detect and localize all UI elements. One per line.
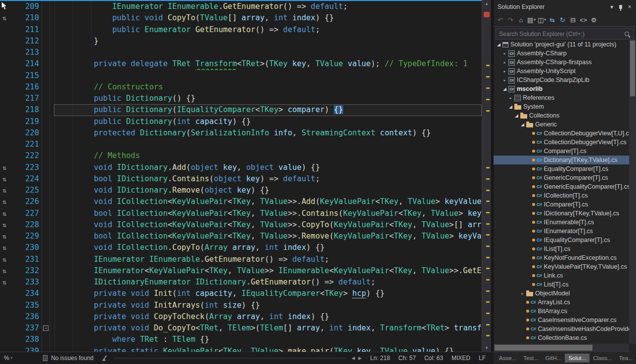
expand-arrow-icon[interactable]: ▸ — [501, 69, 508, 74]
code-line-231[interactable]: ⇅231 IEnumerator IEnumerable.GetEnumerat… — [0, 254, 482, 265]
tree-item-genericcomparer-t-cs[interactable]: C#GenericComparer[T].cs — [494, 173, 629, 182]
tree-item-objectmodel[interactable]: ▸ObjectModel — [494, 289, 629, 298]
chevron-down-icon[interactable]: ▾ — [11, 356, 13, 360]
tree-item-collectiondebuggerview-t-cs[interactable]: C#CollectionDebuggerView[T].cs — [494, 138, 629, 147]
tree-item-system[interactable]: ◢System — [494, 102, 629, 111]
code-line-239[interactable]: 239 private static KeyValuePair<TKey, TV… — [0, 346, 482, 352]
tree-item-solution-project-gui-11-of-11-projects[interactable]: ◢Solution 'project-gui' (11 of 11 projec… — [494, 40, 629, 49]
tree-item-link-cs[interactable]: C#Link.cs — [494, 271, 629, 280]
code-line-235[interactable]: 235 private void InitArrays(int size) {} — [0, 300, 482, 311]
horizontal-scroll-arrows[interactable]: ◀▶ — [352, 356, 365, 361]
collapse-arrow-icon[interactable]: ◢ — [519, 122, 526, 127]
tree-item-icollection-t-cs[interactable]: C#ICollection[T].cs — [494, 191, 629, 200]
filter-icon[interactable]: ◫▾ — [537, 15, 547, 25]
tree-item-genericequalitycomparer-t-cs[interactable]: C#GenericEqualityComparer[T].cs — [494, 182, 629, 191]
search-icon[interactable] — [625, 32, 629, 36]
expand-arrow-icon[interactable]: ▸ — [507, 96, 514, 100]
zoom-control[interactable]: % — [4, 355, 9, 362]
code-line-226[interactable]: ⇅226 void ICollection<KeyValuePair<TKey,… — [0, 196, 482, 207]
search-input[interactable] — [496, 31, 625, 38]
code-line-218[interactable]: 218 public Dictionary(IEqualityComparer<… — [0, 104, 482, 116]
tree-item-iequalitycomparer-t-cs[interactable]: C#IEqualityComparer[T].cs — [494, 236, 629, 244]
tree-item-collectionbase-cs[interactable]: C#CollectionBase.cs — [494, 333, 629, 342]
references-indicator-icon[interactable]: ⇅ — [0, 12, 17, 24]
code-line-222[interactable]: 222 // Methods — [0, 150, 482, 162]
tree-item-ilist-t-cs[interactable]: C#IList[T].cs — [494, 244, 629, 253]
horizontal-scrollbar-track[interactable] — [114, 358, 345, 359]
code-line-224[interactable]: ⇅224 bool IDictionary.Contains(object ke… — [0, 173, 482, 185]
code-line-210[interactable]: ⇅210 public void CopyTo(TValue[] array, … — [0, 12, 482, 24]
tree-item-assembly-unityscript[interactable]: ▸C#Assembly-UnityScript — [494, 67, 629, 76]
tool-window-tab-gith[interactable]: GitH... — [542, 354, 565, 363]
references-indicator-icon[interactable]: ⇅ — [0, 196, 17, 207]
code-line-223[interactable]: ⇅223 void IDictionary.Add(object key, ob… — [0, 162, 482, 173]
tool-window-tab-tea[interactable]: Tea... — [616, 354, 636, 363]
tool-window-tab-asse[interactable]: Asse... — [496, 354, 520, 363]
tree-item-caseinsensitivecomparer-cs[interactable]: C#CaseInsensitiveComparer.cs — [494, 316, 629, 324]
code-line-216[interactable]: 216 // Constructors — [0, 81, 482, 93]
status-encoding[interactable]: MIXED — [452, 355, 470, 362]
expand-arrow-icon[interactable]: ▸ — [501, 51, 508, 56]
editor-vertical-scrollbar[interactable]: ▲ ▼ — [482, 0, 491, 352]
references-indicator-icon[interactable]: ⇅ — [0, 162, 17, 173]
references-indicator-icon[interactable]: ⇅ — [0, 277, 17, 288]
tree-item-arraylist-cs[interactable]: C#ArrayList.cs — [494, 298, 629, 307]
tree-item-equalitycomparer-t-cs[interactable]: C#EqualityComparer[T].cs — [494, 164, 629, 173]
solution-explorer-horizontal-scrollbar[interactable] — [494, 344, 629, 352]
tree-item-assembly-csharp-firstpass[interactable]: ▸C#Assembly-CSharp-firstpass — [494, 58, 629, 67]
code-line-232[interactable]: ⇅232 IEnumerator<KeyValuePair<TKey, TVal… — [0, 265, 482, 277]
references-indicator-icon[interactable]: ⇅ — [0, 242, 17, 253]
window-position-icon[interactable]: ▾ — [607, 2, 616, 11]
tool-window-tab-solut[interactable]: Solut... — [565, 354, 590, 363]
tree-item-mscorlib[interactable]: ◢C#mscorlib — [494, 84, 629, 93]
code-line-236[interactable]: 236 private void CopyToCheck(Array array… — [0, 311, 482, 323]
view-code-icon[interactable]: <> — [578, 15, 589, 25]
code-line-225[interactable]: ⇅225 void IDictionary.Remove(object key)… — [0, 185, 482, 196]
tree-item-collectiondebuggerview-t-u-cs[interactable]: C#CollectionDebuggerView[T,U].cs — [494, 129, 629, 138]
expand-arrow-icon[interactable]: ▸ — [501, 60, 508, 65]
fold-collapse-icon[interactable]: − — [43, 325, 48, 331]
scrollbar-thumb[interactable] — [630, 40, 635, 96]
code-line-213[interactable]: 213 — [0, 47, 482, 58]
tree-item-idictionary-tkey-tvalue-cs[interactable]: C#IDictionary[TKey,TValue].cs — [494, 209, 629, 218]
issues-status[interactable]: No issues found — [51, 355, 93, 362]
code-cleanup-icon[interactable] — [101, 355, 108, 362]
code-line-209[interactable]: ⇅209 IEnumerator IEnumerable.GetEnumerat… — [0, 1, 482, 12]
tree-item-caseinsensitivehashcodeprovider-cs[interactable]: C#CaseInsensitiveHashCodeProvider.cs — [494, 324, 629, 333]
code-line-214[interactable]: 214 private delegate TRet Transform<TRet… — [0, 58, 482, 70]
collapse-all-icon[interactable]: ⊟ — [568, 15, 578, 25]
tool-window-tab-class[interactable]: Class... — [590, 354, 615, 363]
expand-arrow-icon[interactable]: ▸ — [519, 291, 526, 296]
tree-item-icomparer-t-cs[interactable]: C#IComparer[T].cs — [494, 200, 629, 209]
code-line-221[interactable]: 221 — [0, 139, 482, 150]
code-line-211[interactable]: 211 public Enumerator GetEnumerator() =>… — [0, 24, 482, 36]
tree-item-references[interactable]: ▸References — [494, 93, 629, 102]
code-line-234[interactable]: 234 private void Init(int capacity, IEqu… — [0, 288, 482, 299]
references-indicator-icon[interactable]: ⇅ — [0, 185, 17, 196]
code-line-217[interactable]: 217 public Dictionary() {} — [0, 93, 482, 104]
collapse-arrow-icon[interactable]: ◢ — [513, 113, 520, 118]
switch-views-icon[interactable]: ▤▾ — [526, 15, 537, 25]
tree-item-collections[interactable]: ◢Collections — [494, 111, 629, 120]
document-health-icon[interactable] — [43, 355, 47, 361]
tree-item-list-t-cs[interactable]: C#List[T].cs — [494, 280, 629, 289]
tool-window-tab-test[interactable]: Test... — [520, 354, 542, 363]
code-line-212[interactable]: 212 } — [0, 36, 482, 47]
code-line-237[interactable]: 237− private void Do_CopyTo<TRet, TElem>… — [0, 323, 482, 334]
tree-item-bitarray-cs[interactable]: C#BitArray.cs — [494, 307, 629, 316]
tree-item-keynotfoundexception-cs[interactable]: C#KeyNotFoundException.cs — [494, 253, 629, 262]
code-editor[interactable]: ⇅209 IEnumerator IEnumerable.GetEnumerat… — [0, 0, 491, 352]
references-indicator-icon[interactable]: ⇅ — [0, 219, 17, 231]
solution-explorer-vertical-scrollbar[interactable] — [629, 40, 636, 344]
scrollbar-thumb[interactable] — [495, 345, 592, 351]
collapse-arrow-icon[interactable]: ◢ — [496, 42, 502, 47]
tree-item-assembly-csharp[interactable]: ▸C#Assembly-CSharp — [494, 49, 629, 58]
tree-item-ienumerator-t-cs[interactable]: C#IEnumerator[T].cs — [494, 227, 629, 236]
expand-arrow-icon[interactable]: ▸ — [501, 78, 508, 82]
code-line-227[interactable]: ⇅227 bool ICollection<KeyValuePair<TKey,… — [0, 208, 482, 219]
code-line-220[interactable]: 220 protected Dictionary(SerializationIn… — [0, 127, 482, 139]
code-line-238[interactable]: 238 where TRet : TElem {} — [0, 334, 482, 345]
code-line-233[interactable]: ⇅233 IDictionaryEnumerator IDictionary.G… — [0, 277, 482, 288]
pin-icon[interactable] — [616, 2, 625, 11]
status-line-ending[interactable]: LF — [479, 355, 486, 362]
